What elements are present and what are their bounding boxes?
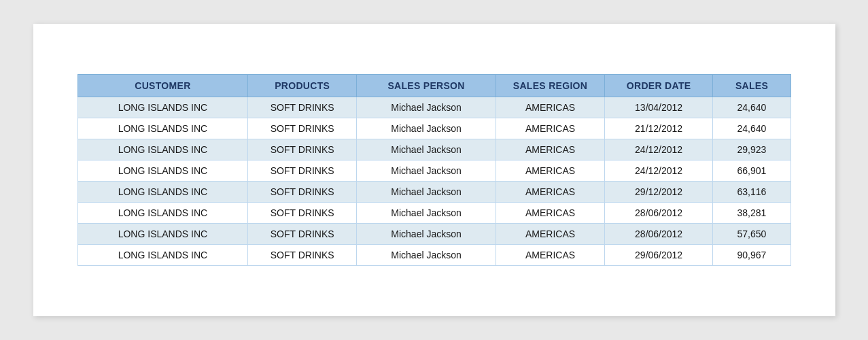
- cell-products: SOFT DRINKS: [248, 118, 357, 139]
- cell-salesperson: Michael Jackson: [356, 139, 496, 160]
- col-header-salesperson: SALES PERSON: [356, 75, 496, 97]
- cell-orderdate: 24/12/2012: [604, 139, 713, 160]
- table-row: LONG ISLANDS INCSOFT DRINKSMichael Jacks…: [77, 160, 791, 182]
- cell-sales: 38,281: [713, 203, 791, 224]
- table-row: LONG ISLANDS INCSOFT DRINKSMichael Jacks…: [77, 224, 791, 245]
- cell-customer: LONG ISLANDS INC: [77, 224, 248, 245]
- cell-orderdate: 29/06/2012: [604, 245, 713, 266]
- cell-region: AMERICAS: [496, 139, 605, 160]
- col-header-region: SALES REGION: [496, 75, 605, 97]
- cell-sales: 66,901: [713, 160, 791, 182]
- col-header-products: PRODUCTS: [248, 75, 357, 97]
- cell-orderdate: 29/12/2012: [604, 182, 713, 203]
- cell-salesperson: Michael Jackson: [356, 118, 496, 139]
- cell-sales: 24,640: [713, 97, 791, 118]
- cell-salesperson: Michael Jackson: [356, 160, 496, 182]
- cell-products: SOFT DRINKS: [248, 245, 357, 266]
- cell-region: AMERICAS: [496, 224, 605, 245]
- cell-salesperson: Michael Jackson: [356, 245, 496, 266]
- table-header-row: CUSTOMER PRODUCTS SALES PERSON SALES REG…: [77, 75, 791, 97]
- cell-salesperson: Michael Jackson: [356, 182, 496, 203]
- table-wrapper: CUSTOMER PRODUCTS SALES PERSON SALES REG…: [77, 74, 791, 266]
- table-row: LONG ISLANDS INCSOFT DRINKSMichael Jacks…: [77, 182, 791, 203]
- cell-sales: 24,640: [713, 118, 791, 139]
- col-header-sales: SALES: [713, 75, 791, 97]
- cell-orderdate: 21/12/2012: [604, 118, 713, 139]
- cell-customer: LONG ISLANDS INC: [77, 139, 248, 160]
- table-body: LONG ISLANDS INCSOFT DRINKSMichael Jacks…: [77, 97, 791, 266]
- cell-products: SOFT DRINKS: [248, 203, 357, 224]
- cell-region: AMERICAS: [496, 203, 605, 224]
- cell-customer: LONG ISLANDS INC: [77, 203, 248, 224]
- col-header-customer: CUSTOMER: [77, 75, 248, 97]
- cell-region: AMERICAS: [496, 245, 605, 266]
- cell-orderdate: 24/12/2012: [604, 160, 713, 182]
- table-row: LONG ISLANDS INCSOFT DRINKSMichael Jacks…: [77, 118, 791, 139]
- cell-sales: 63,116: [713, 182, 791, 203]
- cell-products: SOFT DRINKS: [248, 224, 357, 245]
- table-row: LONG ISLANDS INCSOFT DRINKSMichael Jacks…: [77, 97, 791, 118]
- cell-customer: LONG ISLANDS INC: [77, 245, 248, 266]
- cell-products: SOFT DRINKS: [248, 160, 357, 182]
- cell-customer: LONG ISLANDS INC: [77, 118, 248, 139]
- cell-products: SOFT DRINKS: [248, 182, 357, 203]
- cell-customer: LONG ISLANDS INC: [77, 182, 248, 203]
- cell-region: AMERICAS: [496, 160, 605, 182]
- page-container: CUSTOMER PRODUCTS SALES PERSON SALES REG…: [33, 24, 835, 316]
- table-row: LONG ISLANDS INCSOFT DRINKSMichael Jacks…: [77, 245, 791, 266]
- cell-customer: LONG ISLANDS INC: [77, 160, 248, 182]
- col-header-orderdate: ORDER DATE: [604, 75, 713, 97]
- cell-region: AMERICAS: [496, 97, 605, 118]
- cell-salesperson: Michael Jackson: [356, 203, 496, 224]
- data-table: CUSTOMER PRODUCTS SALES PERSON SALES REG…: [77, 74, 791, 266]
- cell-orderdate: 28/06/2012: [604, 203, 713, 224]
- cell-products: SOFT DRINKS: [248, 139, 357, 160]
- cell-sales: 57,650: [713, 224, 791, 245]
- cell-salesperson: Michael Jackson: [356, 224, 496, 245]
- cell-salesperson: Michael Jackson: [356, 97, 496, 118]
- table-row: LONG ISLANDS INCSOFT DRINKSMichael Jacks…: [77, 203, 791, 224]
- cell-products: SOFT DRINKS: [248, 97, 357, 118]
- cell-orderdate: 28/06/2012: [604, 224, 713, 245]
- cell-region: AMERICAS: [496, 182, 605, 203]
- cell-sales: 90,967: [713, 245, 791, 266]
- cell-customer: LONG ISLANDS INC: [77, 97, 248, 118]
- cell-region: AMERICAS: [496, 118, 605, 139]
- cell-orderdate: 13/04/2012: [604, 97, 713, 118]
- cell-sales: 29,923: [713, 139, 791, 160]
- table-row: LONG ISLANDS INCSOFT DRINKSMichael Jacks…: [77, 139, 791, 160]
